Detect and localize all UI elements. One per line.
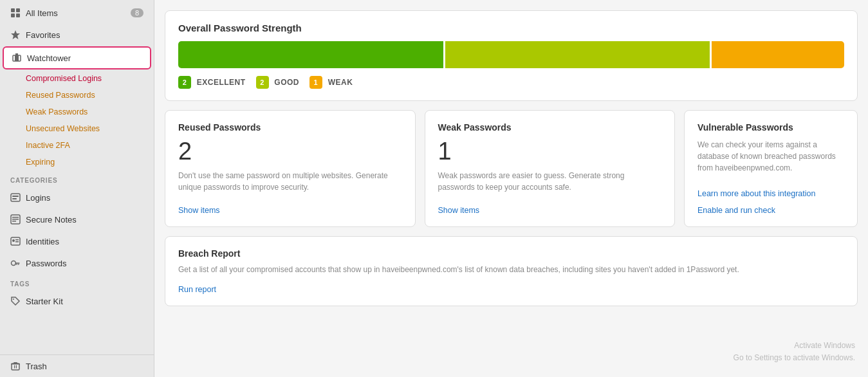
inactive-2fa-label: Inactive 2FA [26, 141, 70, 150]
weak-card-desc: Weak passwords are easier to guess. Gene… [438, 170, 662, 197]
svg-point-16 [12, 239, 15, 242]
sidebar-sub-item-unsecured-websites[interactable]: Unsecured Websites [3, 121, 151, 136]
legend-badge-weak: 1 [309, 76, 322, 89]
passwords-label: Passwords [26, 259, 67, 268]
svg-rect-17 [15, 239, 19, 241]
activate-windows-watermark: Activate Windows Go to Settings to activ… [734, 340, 855, 364]
legend-label-weak: WEAK [328, 78, 353, 87]
expiring-label: Expiring [26, 158, 55, 167]
grid-icon [10, 8, 21, 18]
sidebar-item-trash[interactable]: Trash [3, 356, 151, 376]
cards-grid: Reused Passwords 2 Don't use the same pa… [165, 110, 858, 227]
svg-rect-9 [12, 196, 19, 197]
svg-point-23 [13, 299, 14, 300]
svg-rect-8 [11, 194, 20, 201]
vulnerable-card-desc: We can check your items against a databa… [697, 139, 844, 174]
secure-notes-label: Secure Notes [26, 215, 77, 225]
svg-rect-1 [16, 8, 20, 12]
sidebar-sub-item-weak-passwords[interactable]: Weak Passwords [3, 104, 151, 120]
strength-bar-container [178, 41, 844, 68]
svg-rect-26 [11, 363, 20, 365]
reused-passwords-card: Reused Passwords 2 Don't use the same pa… [165, 110, 416, 227]
tower-icon [12, 53, 22, 63]
legend-badge-good: 2 [256, 76, 269, 89]
svg-rect-28 [16, 365, 17, 369]
key-icon [10, 258, 21, 268]
sidebar-item-favorites[interactable]: Favorites [3, 24, 151, 45]
main-content: Overall Password Strength 2 EXCELLENT 2 … [154, 0, 868, 377]
legend-weak: 1 WEAK [309, 76, 353, 89]
sidebar: All Items 8 Favorites Watchtower Comprom… [0, 0, 154, 377]
tag-icon [10, 296, 21, 306]
strength-card-title: Overall Password Strength [178, 23, 844, 33]
breach-card-title: Breach Report [178, 248, 844, 259]
all-items-badge: 8 [131, 8, 143, 17]
svg-rect-10 [12, 198, 17, 199]
sidebar-sub-item-compromised-logins[interactable]: Compromised Logins [3, 71, 151, 86]
svg-rect-3 [16, 14, 20, 17]
svg-rect-21 [18, 264, 19, 265]
vulnerable-card-title: Vulnerable Passwords [697, 122, 844, 133]
legend-badge-excellent: 2 [178, 76, 191, 89]
strength-bar-good [445, 41, 710, 68]
sidebar-item-logins[interactable]: Logins [3, 187, 151, 208]
sidebar-item-starter-kit[interactable]: Starter Kit [3, 291, 151, 311]
sidebar-item-watchtower[interactable]: Watchtower [3, 46, 151, 69]
identity-icon [10, 236, 21, 246]
reused-card-desc: Don't use the same password on multiple … [178, 170, 402, 197]
reused-passwords-label: Reused Passwords [26, 91, 95, 100]
legend-good: 2 GOOD [256, 76, 299, 89]
star-icon [10, 30, 21, 40]
strength-legend: 2 EXCELLENT 2 GOOD 1 WEAK [178, 76, 844, 89]
note-icon [10, 214, 21, 225]
sidebar-label-favorites: Favorites [26, 30, 60, 40]
weak-passwords-card: Weak Passwords 1 Weak passwords are easi… [425, 110, 676, 227]
trash-label: Trash [26, 362, 47, 371]
svg-rect-27 [14, 365, 15, 369]
svg-rect-22 [17, 264, 18, 265]
svg-rect-2 [11, 14, 15, 17]
trash-icon [10, 361, 21, 371]
svg-rect-14 [12, 221, 16, 222]
reused-show-items-link[interactable]: Show items [178, 206, 402, 215]
sidebar-label-all-items: All Items [26, 8, 58, 18]
weak-passwords-label: Weak Passwords [26, 107, 88, 116]
vulnerable-passwords-card: Vulnerable Passwords We can check your i… [684, 110, 858, 227]
identities-label: Identities [26, 237, 59, 246]
reused-card-title: Reused Passwords [178, 122, 402, 133]
starter-kit-label: Starter Kit [26, 297, 63, 306]
enable-run-check-link[interactable]: Enable and run check [697, 198, 844, 215]
logins-label: Logins [26, 193, 50, 203]
sidebar-item-secure-notes[interactable]: Secure Notes [3, 209, 151, 230]
svg-rect-6 [15, 55, 19, 61]
strength-bar-weak [712, 41, 844, 68]
svg-rect-7 [15, 53, 18, 55]
svg-point-19 [12, 261, 16, 266]
sidebar-sub-item-reused-passwords[interactable]: Reused Passwords [3, 87, 151, 103]
legend-excellent: 2 EXCELLENT [178, 76, 246, 89]
weak-card-title: Weak Passwords [438, 122, 662, 133]
sidebar-item-passwords[interactable]: Passwords [3, 253, 151, 273]
svg-rect-0 [11, 8, 15, 12]
svg-rect-18 [15, 241, 19, 243]
weak-show-items-link[interactable]: Show items [438, 206, 662, 215]
learn-more-link[interactable]: Learn more about this integration [697, 189, 844, 198]
breach-report-card: Breach Report Get a list of all your com… [165, 236, 858, 306]
sidebar-item-all-items[interactable]: All Items 8 [3, 3, 151, 23]
svg-rect-20 [15, 262, 20, 264]
sidebar-sub-item-inactive-2fa[interactable]: Inactive 2FA [3, 138, 151, 153]
sidebar-item-identities[interactable]: Identities [3, 231, 151, 252]
activate-windows-line1: Activate Windows [734, 340, 855, 352]
tags-section-label: TAGS [0, 274, 154, 290]
svg-rect-12 [12, 217, 19, 218]
strength-bar-excellent [178, 41, 443, 68]
strength-card: Overall Password Strength 2 EXCELLENT 2 … [165, 10, 858, 101]
run-report-link[interactable]: Run report [178, 285, 216, 294]
legend-label-excellent: EXCELLENT [197, 78, 246, 87]
sidebar-label-watchtower: Watchtower [27, 53, 71, 63]
legend-label-good: GOOD [274, 78, 299, 87]
svg-marker-4 [11, 30, 20, 39]
compromised-logins-label: Compromised Logins [26, 74, 102, 83]
unsecured-websites-label: Unsecured Websites [26, 124, 100, 133]
sidebar-sub-item-expiring[interactable]: Expiring [3, 154, 151, 170]
